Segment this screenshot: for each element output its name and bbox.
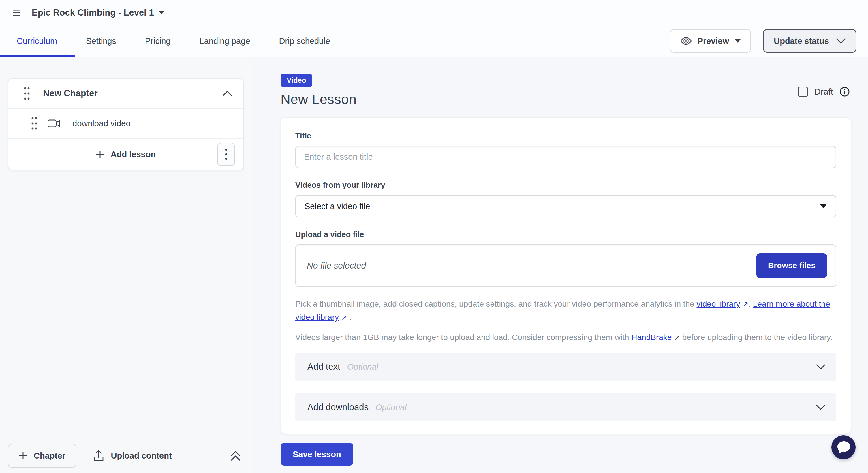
lesson-item[interactable]: download video [8,109,243,139]
tab-curriculum[interactable]: Curriculum [17,36,57,46]
library-label: Videos from your library [295,181,836,190]
drag-handle-icon[interactable] [31,117,37,130]
chevron-down-icon [836,38,846,44]
eye-icon [680,37,692,45]
curriculum-sidebar: New Chapter download video [0,57,253,473]
hamburger-menu-button[interactable] [10,6,23,19]
optional-label: Optional [375,403,407,412]
chapter-header[interactable]: New Chapter [8,79,243,109]
course-switcher[interactable]: Epic Rock Climbing - Level 1 [32,7,164,18]
course-title: Epic Rock Climbing - Level 1 [32,7,154,18]
video-library-link[interactable]: video library ↗ [696,299,748,308]
chevron-down-icon [816,405,825,410]
drag-handle-icon[interactable] [24,87,30,100]
no-file-text: No file selected [307,261,366,271]
upload-content-button[interactable]: Upload content [93,450,172,462]
update-status-button[interactable]: Update status [763,29,857,53]
preview-label: Preview [698,36,729,46]
title-input[interactable] [295,146,836,168]
preview-button[interactable]: Preview [670,29,751,53]
save-lesson-button[interactable]: Save lesson [281,443,353,466]
chapter-title: New Chapter [43,88,222,99]
draft-label: Draft [814,87,833,97]
add-text-label: Add text [307,362,340,372]
tab-settings[interactable]: Settings [86,36,116,46]
lesson-editor: Video New Lesson Draft Title [253,57,868,473]
help-text: before uploading them to the video libra… [680,333,833,342]
body-row: New Chapter download video [0,57,868,473]
lesson-title: download video [72,119,131,128]
upload-dropzone[interactable]: No file selected Browse files [295,244,836,287]
help-text-file-size: Videos larger than 1GB may take longer t… [295,331,836,344]
info-icon [839,87,850,97]
upload-label: Upload a video file [295,230,836,239]
upload-field: Upload a video file No file selected Bro… [295,230,836,287]
chevron-up-icon[interactable] [222,91,232,96]
chevron-down-icon [816,364,825,370]
add-downloads-label: Add downloads [307,402,369,412]
tab-landing-page[interactable]: Landing page [199,36,250,46]
chat-launcher-button[interactable] [831,435,856,460]
caret-down-icon [159,11,164,14]
add-chapter-button[interactable]: Chapter [8,444,76,468]
help-text: . [748,299,753,308]
upload-icon [93,450,104,462]
update-status-label: Update status [774,36,829,46]
help-text-video-library: Pick a thumbnail image, add closed capti… [295,297,836,324]
collapse-panel-button[interactable] [230,450,241,461]
active-tab-underline [0,55,75,57]
draft-toggle-row: Draft [798,87,850,97]
kebab-menu-button[interactable] [217,143,235,166]
draft-checkbox[interactable] [798,87,808,97]
chat-bubble-icon [836,440,851,454]
add-text-accordion[interactable]: Add text Optional [295,353,836,381]
external-link-icon: ↗ [341,311,347,324]
tab-drip-schedule[interactable]: Drip schedule [279,36,330,46]
add-lesson-label: Add lesson [111,150,156,159]
external-link-icon: ↗ [742,297,748,311]
tab-pricing[interactable]: Pricing [145,36,171,46]
lesson-heading: New Lesson [281,91,868,107]
header-actions: Preview Update status [670,29,857,53]
help-text: Pick a thumbnail image, add closed capti… [295,299,696,308]
video-badge: Video [281,73,312,87]
topbar: Epic Rock Climbing - Level 1 [0,0,868,25]
handbrake-link[interactable]: HandBrake [631,333,672,342]
lesson-form-card: Title Videos from your library Select a … [281,117,851,434]
title-label: Title [295,131,836,140]
optional-label: Optional [347,362,378,372]
kebab-icon [225,149,227,160]
video-select-value: Select a video file [305,201,370,211]
chapter-card-footer: Add lesson [8,139,243,170]
browse-files-button[interactable]: Browse files [756,253,827,278]
external-link-icon: ↗ [674,331,680,344]
caret-down-icon [735,39,741,43]
hamburger-icon [13,10,21,15]
tab-bar: Curriculum Settings Pricing Landing page… [0,25,868,57]
double-chevron-up-icon [230,450,241,461]
sidebar-footer: Chapter Upload content [0,438,253,473]
video-camera-icon [48,119,61,128]
video-select[interactable]: Select a video file [295,195,836,217]
upload-content-label: Upload content [111,451,172,461]
video-library-link-label: video library [696,299,740,308]
plus-icon [96,150,104,159]
help-text: Videos larger than 1GB may take longer t… [295,333,631,342]
add-chapter-label: Chapter [34,451,65,461]
help-text: . [347,313,352,322]
handbrake-link-label: HandBrake [631,333,672,342]
chapter-card: New Chapter download video [8,78,244,170]
library-field: Videos from your library Select a video … [295,181,836,217]
title-field: Title [295,131,836,168]
add-downloads-accordion[interactable]: Add downloads Optional [295,393,836,421]
plus-icon [19,451,27,460]
app-root: Epic Rock Climbing - Level 1 Curriculum … [0,0,868,473]
draft-info-button[interactable] [839,87,850,97]
select-caret-icon [820,204,827,208]
add-lesson-button[interactable]: Add lesson [96,150,156,159]
header: Epic Rock Climbing - Level 1 Curriculum … [0,0,868,57]
